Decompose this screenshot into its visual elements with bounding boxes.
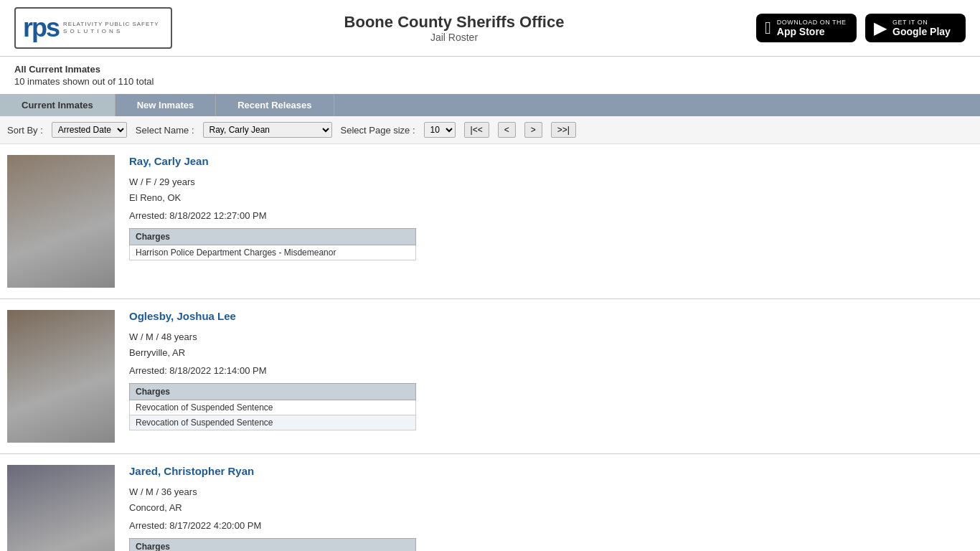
appstore-sub-label: Download on the — [777, 19, 847, 26]
charges-table: ChargesRevocation of Suspended SentenceR… — [129, 383, 416, 430]
google-play-icon: ▶ — [874, 18, 887, 38]
charges-table: ChargesHarrison Police Department Charge… — [129, 228, 416, 260]
inmate-photo — [7, 310, 115, 443]
logo-rps-text: rps — [23, 13, 59, 43]
inmate-demographics: W / M / 48 yearsBerryville, AR — [129, 329, 973, 361]
appstore-button[interactable]:  Download on the App Store — [756, 14, 857, 42]
info-bar: All Current Inmates 10 inmates shown out… — [0, 57, 980, 94]
tab-new-inmates[interactable]: New Inmates — [116, 94, 216, 116]
nav-last-button[interactable]: >>| — [551, 122, 576, 138]
page-header: rps Relativity Public Safety s o l u t i… — [0, 0, 980, 57]
controls-bar: Sort By : Arrested Date Select Name : Ra… — [0, 116, 980, 144]
inmate-arrested-date: Arrested: 8/18/2022 12:27:00 PM — [129, 210, 973, 221]
charge-text: Revocation of Suspended Sentence — [130, 415, 416, 430]
inmate-info: Ray, Carly JeanW / F / 29 yearsEl Reno, … — [129, 155, 973, 288]
charge-row: Harrison Police Department Charges - Mis… — [130, 245, 416, 260]
nav-next-button[interactable]: > — [524, 122, 542, 138]
roster-label: Jail Roster — [187, 32, 722, 43]
googleplay-sub-label: GET IT ON — [892, 19, 951, 26]
info-line1: All Current Inmates — [14, 64, 966, 75]
page-size-label: Select Page size : — [341, 125, 415, 136]
appstore-main-label: App Store — [777, 26, 847, 37]
googleplay-main-label: Google Play — [892, 26, 951, 37]
info-line2: 10 inmates shown out of 110 total — [14, 76, 966, 87]
sort-by-label: Sort By : — [7, 125, 43, 136]
inmate-card: Jared, Christopher RyanW / M / 36 yearsC… — [0, 454, 980, 551]
charge-text: Harrison Police Department Charges - Mis… — [130, 245, 416, 260]
select-name-dropdown[interactable]: Ray, Carly Jean — [203, 122, 332, 138]
navigation-tabs: Current Inmates New Inmates Recent Relea… — [0, 94, 980, 116]
charge-text: Revocation of Suspended Sentence — [130, 400, 416, 415]
inmate-info: Jared, Christopher RyanW / M / 36 yearsC… — [129, 465, 973, 551]
charge-row: Revocation of Suspended Sentence — [130, 415, 416, 430]
inmate-demographics: W / F / 29 yearsEl Reno, OK — [129, 174, 973, 206]
inmate-card: Oglesby, Joshua LeeW / M / 48 yearsBerry… — [0, 299, 980, 454]
logo-tagline: Relativity Public Safety s o l u t i o n… — [63, 21, 159, 36]
charges-header: Charges — [130, 539, 416, 551]
tab-current-inmates[interactable]: Current Inmates — [0, 94, 116, 116]
inmate-list: Ray, Carly JeanW / F / 29 yearsEl Reno, … — [0, 144, 980, 551]
inmate-demographics: W / M / 36 yearsConcord, AR — [129, 484, 973, 516]
site-title: Boone County Sheriffs Office Jail Roster — [187, 13, 722, 43]
inmate-arrested-date: Arrested: 8/17/2022 4:20:00 PM — [129, 520, 973, 531]
charge-row: Revocation of Suspended Sentence — [130, 400, 416, 415]
inmate-photo — [7, 155, 115, 288]
office-name: Boone County Sheriffs Office — [187, 13, 722, 32]
inmate-info: Oglesby, Joshua LeeW / M / 48 yearsBerry… — [129, 310, 973, 443]
googleplay-button[interactable]: ▶ GET IT ON Google Play — [865, 14, 966, 42]
apple-icon:  — [765, 18, 771, 38]
page-size-select[interactable]: 10 — [424, 122, 456, 138]
inmate-name[interactable]: Jared, Christopher Ryan — [129, 465, 973, 477]
charges-table: ChargesHarrison Police Department Charge… — [129, 538, 416, 551]
charges-header: Charges — [130, 384, 416, 400]
tab-recent-releases[interactable]: Recent Releases — [216, 94, 334, 116]
nav-first-button[interactable]: |<< — [464, 122, 489, 138]
app-buttons-container:  Download on the App Store ▶ GET IT ON … — [722, 14, 966, 42]
inmate-photo — [7, 465, 115, 551]
inmate-arrested-date: Arrested: 8/18/2022 12:14:00 PM — [129, 365, 973, 376]
sort-by-select[interactable]: Arrested Date — [52, 122, 127, 138]
inmate-card: Ray, Carly JeanW / F / 29 yearsEl Reno, … — [0, 144, 980, 299]
charges-header: Charges — [130, 229, 416, 245]
nav-prev-button[interactable]: < — [498, 122, 516, 138]
inmate-name[interactable]: Ray, Carly Jean — [129, 155, 973, 167]
select-name-label: Select Name : — [136, 125, 194, 136]
inmate-name[interactable]: Oglesby, Joshua Lee — [129, 310, 973, 322]
logo-left: rps Relativity Public Safety s o l u t i… — [14, 7, 187, 49]
